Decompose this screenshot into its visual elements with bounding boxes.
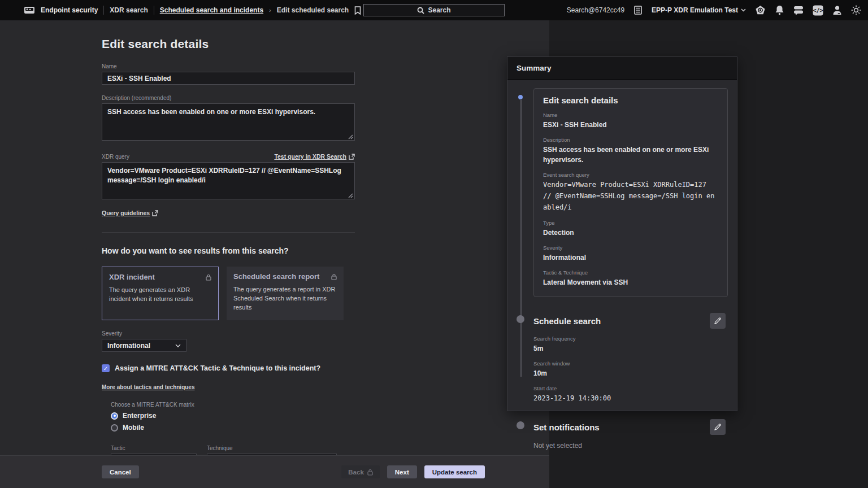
mitre-checkbox-label: Assign a MITRE ATT&CK Tactic & Technique… — [115, 364, 320, 372]
matrix-option-mobile[interactable]: Mobile — [111, 424, 355, 432]
chat-icon[interactable] — [793, 6, 804, 15]
breadcrumb-parent-link[interactable]: Scheduled search and incidents — [160, 6, 263, 14]
summary-field-label: Severity — [543, 245, 718, 251]
page-title: Edit search details — [102, 37, 549, 51]
severity-label: Severity — [102, 330, 355, 337]
chevron-down-icon — [175, 344, 181, 347]
summary-field-label: Type — [543, 220, 718, 226]
app-name: Endpoint security — [41, 6, 98, 14]
summary-field-value: Informational — [543, 252, 718, 263]
summary-step-schedule: Schedule search Search frequency 5m Sear… — [507, 313, 728, 404]
description-label: Description (recommended) — [102, 95, 355, 101]
summary-field-value: 10m — [533, 368, 726, 378]
edit-notifications-button[interactable] — [710, 419, 726, 435]
step-title: Set notifications — [533, 422, 600, 432]
query-guidelines-link[interactable]: Query guidelines — [102, 210, 158, 216]
tactic-label: Tactic — [111, 445, 197, 451]
test-query-link[interactable]: Test query in XDR Search — [274, 153, 355, 160]
card-title: Scheduled search report — [233, 272, 319, 281]
notifications-empty-text: Not yet selected — [533, 442, 726, 450]
lock-icon — [331, 273, 337, 280]
summary-step-edit-details: Edit search details Name ESXi - SSH Enab… — [507, 88, 728, 297]
results-question: How do you want to see results from this… — [102, 246, 355, 255]
summary-field-label: Search frequency — [533, 336, 726, 342]
step-dot — [517, 421, 524, 429]
description-textarea[interactable]: SSH access has been enabled on one or mo… — [102, 103, 355, 141]
back-button: Back — [341, 465, 380, 478]
session-label: Search@6742cc49 — [567, 6, 624, 14]
query-label: XDR query — [102, 154, 129, 160]
bookmark-icon[interactable] — [354, 6, 361, 15]
summary-field-value: SSH access has been enabled on one or mo… — [543, 145, 718, 165]
name-label: Name — [102, 63, 355, 69]
severity-select[interactable]: Informational — [102, 339, 186, 352]
main-content: Edit search details Name Description (re… — [0, 20, 549, 488]
edit-schedule-button[interactable] — [710, 313, 726, 329]
step-title: Schedule search — [533, 316, 601, 326]
breadcrumb-current: Edit scheduled search — [277, 6, 349, 14]
nav-xdr-search[interactable]: XDR search — [110, 6, 147, 14]
form-footer: Cancel Back Next Update search — [0, 455, 549, 488]
topbar-divider — [103, 6, 104, 15]
code-console-icon[interactable]: </> — [813, 5, 823, 16]
step-active-dot — [518, 95, 523, 99]
stepper-line — [520, 100, 522, 377]
next-button[interactable]: Next — [387, 465, 417, 478]
mitre-checkbox-row[interactable]: ✓ Assign a MITRE ATT&CK Tactic & Techniq… — [102, 364, 355, 372]
user-profile-icon[interactable] — [832, 5, 842, 15]
badge-icon[interactable] — [755, 5, 766, 16]
summary-step-notifications: Set notifications Not yet selected — [507, 419, 728, 450]
summary-field-label: Start date — [533, 385, 726, 391]
radio-selected-icon[interactable] — [111, 412, 118, 420]
app-logo-icon[interactable] — [24, 5, 35, 15]
mitre-checkbox[interactable]: ✓ — [102, 364, 110, 372]
pencil-icon — [714, 317, 722, 325]
xdr-query-textarea[interactable]: Vendor=VMware Product=ESXi XDRRuleID=127… — [102, 162, 355, 199]
card-description: The query generates an XDR incident when… — [109, 286, 211, 304]
summary-field-value: 5m — [533, 343, 726, 354]
external-link-icon — [349, 154, 355, 160]
edit-search-form: Name Description (recommended) SSH acces… — [102, 63, 355, 467]
external-link-icon — [152, 210, 158, 216]
step-title: Edit search details — [543, 95, 718, 105]
menu-icon[interactable] — [6, 6, 18, 15]
pencil-icon — [714, 423, 722, 431]
matrix-option-enterprise[interactable]: Enterprise — [111, 412, 355, 420]
breadcrumb-separator: › — [269, 7, 271, 14]
card-title: XDR incident — [109, 273, 155, 281]
search-scope-icon[interactable] — [633, 6, 643, 15]
result-card-xdr-incident[interactable]: XDR incident The query generates an XDR … — [102, 267, 219, 320]
radio-unselected-icon[interactable] — [111, 424, 118, 432]
summary-field-label: Tactic & Technique — [543, 269, 718, 276]
summary-title: Summary — [507, 57, 737, 80]
summary-panel: Summary Edit search details Name ESXi - … — [507, 56, 737, 411]
lock-icon — [206, 274, 211, 281]
theme-toggle-icon[interactable] — [851, 5, 861, 15]
cancel-button[interactable]: Cancel — [102, 465, 139, 478]
summary-field-value: Vendor=VMware Product=ESXi XDRRuleID=127… — [543, 180, 718, 213]
lock-icon — [367, 469, 373, 476]
summary-field-label: Description — [543, 137, 718, 143]
technique-label: Technique — [207, 445, 337, 451]
notifications-bell-icon[interactable] — [775, 5, 784, 15]
matrix-label: Choose a MITRE ATT&CK matrix — [111, 402, 355, 408]
summary-field-value: Lateral Movement via SSH — [543, 277, 718, 287]
svg-text:</>: </> — [813, 7, 823, 14]
tenant-selector[interactable]: EPP-P XDR Emulation Test — [652, 6, 746, 14]
topbar-divider — [154, 6, 154, 15]
topbar: Endpoint security XDR search Scheduled s… — [0, 0, 868, 20]
summary-field-value: Detection — [543, 228, 718, 238]
update-search-button[interactable]: Update search — [424, 465, 485, 478]
summary-field-label: Search window — [533, 360, 726, 367]
mitre-more-link[interactable]: More about tactics and techniques — [102, 384, 194, 390]
name-input[interactable] — [102, 72, 355, 85]
chevron-down-icon — [741, 8, 746, 12]
search-placeholder: Search — [428, 6, 450, 14]
result-card-scheduled-report[interactable]: Scheduled search report The query genera… — [227, 267, 344, 320]
step-dot — [517, 315, 524, 323]
global-search-input[interactable]: Search — [363, 4, 505, 16]
search-icon — [417, 7, 424, 14]
tenant-label: EPP-P XDR Emulation Test — [652, 6, 738, 14]
summary-field-value: 2023-12-19 14:30:00 — [533, 393, 726, 404]
card-description: The query generates a report in XDR Sche… — [233, 285, 337, 312]
